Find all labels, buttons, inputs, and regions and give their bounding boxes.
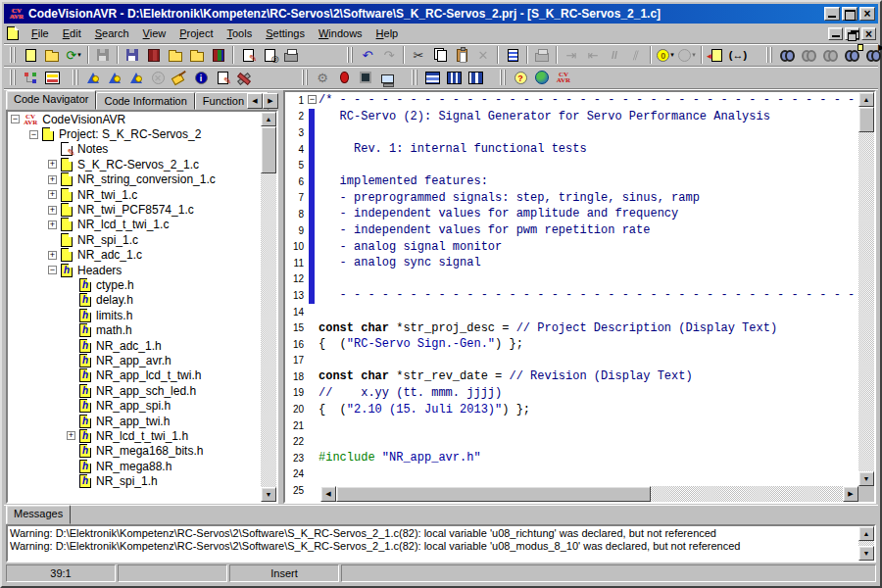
scroll-track[interactable]: [858, 107, 874, 471]
ide-settings-button[interactable]: ⚙: [312, 68, 333, 87]
tree-expander[interactable]: +: [48, 175, 57, 184]
new-file-button[interactable]: [20, 45, 41, 65]
tree-expander[interactable]: −: [48, 266, 57, 274]
scroll-track[interactable]: [858, 541, 874, 546]
source-editor[interactable]: 1−/* - - - - - - - - - - - - - - - - - -…: [283, 90, 876, 504]
tree-expander[interactable]: −: [29, 130, 38, 139]
tree-item-nr-string-conversion-1-c[interactable]: +NR_string_conversion_1.c: [8, 172, 261, 187]
code-line-19[interactable]: 19// x.yy (tt. mmm. jjjj): [285, 385, 858, 402]
maximize-button[interactable]: [842, 7, 858, 21]
code-line-11[interactable]: 11 - analog sync signal: [285, 255, 858, 271]
tree-item-project-s-k-rc-servos-2[interactable]: −Project: S_K_RC-Servos_2: [8, 126, 261, 141]
menu-edit[interactable]: Edit: [56, 24, 88, 42]
help-button[interactable]: ?: [510, 68, 531, 87]
code-line-24[interactable]: 24: [285, 466, 858, 483]
fold-collapse-icon[interactable]: −: [308, 95, 317, 104]
scroll-up-button[interactable]: ▲: [858, 92, 874, 107]
code-line-5[interactable]: 5: [285, 157, 858, 173]
paste-button[interactable]: [451, 45, 472, 65]
menu-help[interactable]: Help: [369, 24, 406, 42]
tab-code-navigator[interactable]: Code Navigator: [6, 90, 96, 110]
reopen-file-button[interactable]: ⟳▾: [63, 45, 84, 65]
toolbar-grip[interactable]: [500, 70, 507, 85]
code-line-13[interactable]: 13 - - - - - - - - - - - - - - - - - - -…: [285, 287, 858, 304]
toggle-bookmark-button[interactable]: 0▾: [655, 45, 676, 65]
configure-button[interactable]: [233, 68, 255, 87]
scroll-up-button[interactable]: ▲: [858, 526, 874, 541]
tree-item-nr-adc-1-h[interactable]: hNR_adc_1.h: [8, 338, 261, 353]
warning-message[interactable]: Warning: D:\Elektronik\Kompetenz\RC-Serv…: [10, 527, 858, 540]
code-line-10[interactable]: 10 - analog signal monitor: [285, 238, 858, 255]
edit-notes-button[interactable]: [212, 68, 233, 87]
code-line-16[interactable]: 16{ ("RC-Servo Sign.-Gen.") };: [285, 336, 858, 353]
mdi-close-button[interactable]: ×: [861, 27, 876, 40]
messages-vertical-scrollbar[interactable]: ▲▼: [858, 526, 874, 561]
scroll-track[interactable]: [336, 486, 843, 502]
scroll-left-button[interactable]: ◀: [320, 486, 336, 502]
terminal-button[interactable]: [376, 68, 398, 87]
toolbar-grip[interactable]: [10, 47, 17, 63]
cut-button[interactable]: ✂: [408, 45, 429, 65]
tab-scroll-left[interactable]: ◀: [247, 93, 263, 109]
print-button[interactable]: [280, 45, 302, 65]
reopen-file-button-dropdown[interactable]: ▾: [77, 51, 81, 59]
editor-vertical-scrollbar[interactable]: ▲▼: [858, 92, 874, 486]
print-preview-button[interactable]: [259, 45, 280, 65]
tree-item-nr-app-sch-led-h[interactable]: hNR_app_sch_led.h: [8, 383, 261, 398]
tile-horizontal-button[interactable]: [465, 68, 486, 87]
toolbar-grip[interactable]: [347, 47, 354, 63]
tree-item-ctype-h[interactable]: hctype.h: [8, 277, 261, 292]
tab-code-information[interactable]: Code Information: [96, 92, 194, 110]
save-file-as-button[interactable]: [122, 45, 143, 65]
toggle-bookmark-button-dropdown[interactable]: ▾: [670, 51, 674, 59]
menu-search[interactable]: Search: [88, 24, 136, 42]
tree-item-nr-app-twi-h[interactable]: hNR_app_twi.h: [8, 414, 261, 428]
tree-item-nr-spi-1-c[interactable]: NR_spi_1.c: [8, 232, 261, 247]
tree-item-notes[interactable]: Notes: [8, 142, 261, 157]
build-button[interactable]: [125, 68, 147, 87]
toolbar-grip[interactable]: [302, 70, 309, 85]
messages-window-button[interactable]: [41, 68, 63, 87]
code-line-1[interactable]: 1−/* - - - - - - - - - - - - - - - - - -…: [285, 92, 858, 109]
copy-button[interactable]: [429, 45, 451, 65]
tree-item-nr-app-lcd-t-twi-h[interactable]: hNR_app_lcd_t_twi.h: [8, 368, 261, 383]
tree-expander[interactable]: −: [11, 115, 20, 123]
code-line-8[interactable]: 8 - independent values for amplitude and…: [285, 206, 858, 222]
scroll-right-button[interactable]: ▶: [843, 486, 858, 502]
web-button[interactable]: [531, 68, 553, 87]
code-line-15[interactable]: 15const char *str_proj_desc = // Project…: [285, 319, 858, 336]
tree-item-nr-spi-1-h[interactable]: hNR_spi_1.h: [8, 473, 261, 488]
clean-up-button[interactable]: [169, 68, 190, 87]
tab-scroll-right[interactable]: ▶: [263, 93, 278, 109]
tree-expander[interactable]: +: [48, 220, 57, 229]
toolbar-grip[interactable]: [10, 70, 17, 85]
find-in-files-button[interactable]: [841, 45, 862, 65]
tree-expander[interactable]: +: [48, 190, 57, 199]
cascade-windows-button[interactable]: [421, 68, 443, 87]
tile-vertical-button[interactable]: [443, 68, 465, 87]
menu-windows[interactable]: Windows: [312, 24, 369, 42]
code-line-17[interactable]: 17: [285, 353, 858, 369]
tree-expander[interactable]: +: [48, 160, 57, 169]
mdi-document-icon[interactable]: [7, 26, 19, 40]
code-navigator-button[interactable]: [20, 68, 41, 87]
tree-item-limits-h[interactable]: hlimits.h: [8, 308, 261, 322]
code-line-3[interactable]: 3: [285, 124, 858, 141]
scroll-down-button[interactable]: ▼: [261, 487, 276, 502]
title-bar[interactable]: CVAVR CodeVisionAVR - D:\Elektronik\Komp…: [4, 4, 878, 24]
goto-bookmark-button-dropdown[interactable]: ▾: [692, 51, 696, 59]
tree-item-nr-lcd-t-twi-1-c[interactable]: +NR_lcd_t_twi_1.c: [8, 218, 261, 232]
code-line-6[interactable]: 6 implemented features:: [285, 173, 858, 190]
scroll-track[interactable]: [261, 126, 276, 487]
reopen-project-button[interactable]: [186, 45, 208, 65]
toolbar-grip[interactable]: [766, 47, 773, 63]
tree-item-nr-twi-1-c[interactable]: +NR_twi_1.c: [8, 187, 261, 202]
mdi-restore-button[interactable]: [845, 27, 859, 40]
mdi-minimize-button[interactable]: [828, 27, 843, 40]
minimize-button[interactable]: [824, 7, 840, 21]
tree-item-nr-mega168-bits-h[interactable]: hNR_mega168_bits.h: [8, 444, 261, 459]
goto-line-button[interactable]: [706, 45, 727, 65]
tree-item-math-h[interactable]: hmath.h: [8, 322, 261, 337]
code-line-23[interactable]: 23#include "NR_app_avr.h": [285, 450, 858, 466]
tree-item-nr-twi-pcf8574-1-c[interactable]: +NR_twi_PCF8574_1.c: [8, 202, 261, 217]
